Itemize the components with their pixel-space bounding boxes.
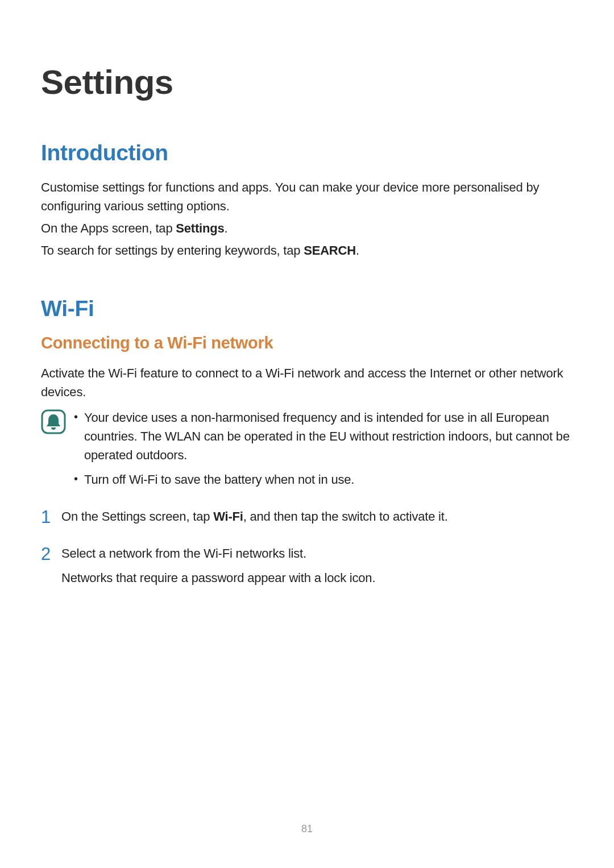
step-number-2: 2 (41, 544, 61, 564)
intro-paragraph-1: Customise settings for functions and app… (41, 178, 573, 215)
section-heading-wifi: Wi-Fi (41, 296, 573, 321)
subsection-heading-connecting: Connecting to a Wi-Fi network (41, 334, 573, 352)
note-block: • Your device uses a non-harmonised freq… (41, 408, 573, 495)
text-span: On the Settings screen, tap (61, 509, 213, 524)
note-text-2: Turn off Wi-Fi to save the battery when … (84, 470, 573, 489)
bullet-dot: • (74, 470, 84, 487)
text-span: On the Apps screen, tap (41, 221, 176, 235)
wifi-paragraph-1: Activate the Wi-Fi feature to connect to… (41, 364, 573, 401)
bold-wifi: Wi-Fi (213, 509, 243, 524)
note-bullet-1: • Your device uses a non-harmonised freq… (74, 408, 573, 464)
text-span: To search for settings by entering keywo… (41, 243, 304, 258)
bold-settings: Settings (176, 221, 224, 235)
step-number-1: 1 (41, 507, 61, 528)
text-span: , and then tap the switch to activate it… (243, 509, 448, 524)
text-span: . (356, 243, 359, 258)
bullet-dot: • (74, 408, 84, 425)
intro-paragraph-2: On the Apps screen, tap Settings. (41, 219, 573, 238)
note-bullet-2: • Turn off Wi-Fi to save the battery whe… (74, 470, 573, 489)
note-bell-icon (41, 409, 66, 434)
document-page: Settings Introduction Customise settings… (0, 0, 614, 593)
chapter-title: Settings (41, 63, 573, 102)
step-1-text: On the Settings screen, tap Wi-Fi, and t… (61, 507, 573, 526)
step-body-1: On the Settings screen, tap Wi-Fi, and t… (61, 507, 573, 531)
step-1: 1 On the Settings screen, tap Wi-Fi, and… (41, 507, 573, 531)
section-heading-introduction: Introduction (41, 140, 573, 165)
step-body-2: Select a network from the Wi-Fi networks… (61, 544, 573, 593)
note-text-1: Your device uses a non-harmonised freque… (84, 408, 573, 464)
page-number: 81 (0, 823, 614, 835)
step-2-text-1: Select a network from the Wi-Fi networks… (61, 544, 573, 563)
step-2-text-2: Networks that require a password appear … (61, 568, 573, 587)
note-list: • Your device uses a non-harmonised freq… (74, 408, 573, 495)
intro-paragraph-3: To search for settings by entering keywo… (41, 241, 573, 260)
text-span: . (225, 221, 228, 235)
step-2: 2 Select a network from the Wi-Fi networ… (41, 544, 573, 593)
bold-search: SEARCH (304, 243, 356, 258)
